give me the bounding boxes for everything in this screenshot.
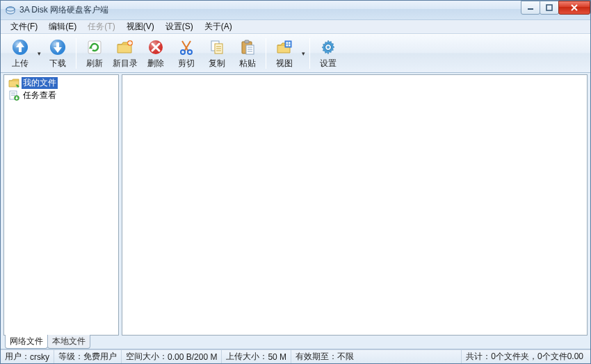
svg-rect-26 bbox=[286, 42, 289, 44]
menu-edit[interactable]: 编辑(E) bbox=[43, 19, 82, 34]
tree-my-files[interactable]: 我的文件 bbox=[7, 76, 118, 89]
menu-settings[interactable]: 设置(S) bbox=[160, 19, 199, 34]
cut-button[interactable]: 剪切 bbox=[171, 35, 202, 72]
status-expire: 有效期至： 不限 bbox=[291, 350, 462, 363]
refresh-button[interactable]: 刷新 bbox=[79, 35, 110, 72]
download-button[interactable]: 下载 bbox=[42, 35, 73, 72]
status-user-label: 用户： bbox=[5, 351, 30, 363]
folder-icon bbox=[8, 77, 19, 88]
status-space-label: 空间大小： bbox=[126, 351, 168, 363]
tree-my-files-label: 我的文件 bbox=[22, 77, 58, 89]
upload-icon bbox=[10, 38, 30, 57]
copy-label: 复制 bbox=[209, 58, 225, 69]
status-expire-label: 有效期至： bbox=[296, 351, 337, 363]
download-icon bbox=[48, 38, 67, 57]
menu-file[interactable]: 文件(F) bbox=[5, 19, 43, 34]
status-total: 共计： 0个文件夹，0个文件0.00 bbox=[462, 350, 590, 363]
status-total-value: 0个文件夹，0个文件0.00 bbox=[491, 351, 583, 363]
status-total-label: 共计： bbox=[466, 351, 491, 363]
cut-icon bbox=[177, 38, 196, 57]
view-button[interactable]: 视图 bbox=[269, 35, 300, 72]
minimize-button[interactable] bbox=[521, 1, 540, 15]
delete-icon bbox=[146, 38, 165, 57]
svg-rect-25 bbox=[285, 41, 291, 47]
status-level: 等级： 免费用户 bbox=[54, 350, 122, 363]
toolbar: 上传 ▾ 下载 刷新 bbox=[1, 34, 590, 73]
paste-button[interactable]: 粘贴 bbox=[232, 35, 263, 72]
menubar: 文件(F) 编辑(E) 任务(T) 视图(V) 设置(S) 关于(A) bbox=[1, 20, 590, 34]
view-dropdown[interactable]: ▾ bbox=[300, 35, 307, 72]
window-controls bbox=[521, 1, 590, 15]
bottom-tabs: 网络文件 本地文件 bbox=[1, 336, 590, 349]
tab-network-label: 网络文件 bbox=[10, 336, 43, 346]
gear-icon bbox=[318, 38, 338, 57]
tree-task-view-label: 任务查看 bbox=[22, 90, 58, 101]
status-user: 用户： crsky bbox=[1, 350, 54, 363]
copy-icon bbox=[207, 38, 227, 57]
svg-point-12 bbox=[181, 50, 185, 54]
status-uploadsize: 上传大小： 50 M bbox=[222, 350, 291, 363]
copy-button[interactable]: 复制 bbox=[202, 35, 232, 72]
delete-button[interactable]: 删除 bbox=[140, 35, 171, 72]
file-list-panel[interactable] bbox=[122, 74, 588, 336]
svg-rect-3 bbox=[547, 5, 552, 10]
refresh-icon bbox=[85, 38, 104, 57]
task-icon bbox=[8, 90, 19, 101]
cut-label: 剪切 bbox=[178, 58, 195, 69]
view-icon bbox=[275, 38, 294, 57]
statusbar: 用户： crsky 等级： 免费用户 空间大小： 0.00 B/200 M 上传… bbox=[1, 349, 590, 363]
main-area: 我的文件 任务查看 bbox=[1, 73, 590, 336]
app-icon bbox=[5, 5, 16, 16]
tree-panel[interactable]: 我的文件 任务查看 bbox=[3, 74, 119, 336]
window-title: 3A Disk 网络硬盘客户端 bbox=[19, 4, 108, 16]
svg-rect-27 bbox=[289, 42, 291, 44]
toolbar-separator bbox=[309, 38, 310, 69]
titlebar: 3A Disk 网络硬盘客户端 bbox=[1, 1, 590, 20]
status-level-value: 免费用户 bbox=[83, 351, 117, 363]
paste-label: 粘贴 bbox=[239, 58, 256, 69]
refresh-label: 刷新 bbox=[86, 58, 103, 69]
toolbar-separator bbox=[266, 38, 266, 69]
download-label: 下载 bbox=[49, 58, 66, 69]
toolbar-separator bbox=[76, 38, 76, 69]
folder-new-icon bbox=[115, 38, 135, 57]
status-level-label: 等级： bbox=[58, 351, 83, 363]
close-button[interactable] bbox=[558, 1, 590, 15]
status-uploadsize-label: 上传大小： bbox=[226, 351, 268, 363]
status-expire-value: 不限 bbox=[337, 351, 354, 363]
menu-view[interactable]: 视图(V) bbox=[121, 19, 160, 34]
svg-rect-2 bbox=[528, 8, 533, 10]
svg-point-31 bbox=[327, 46, 330, 49]
menu-task[interactable]: 任务(T) bbox=[82, 19, 120, 34]
upload-button[interactable]: 上传 bbox=[5, 35, 35, 72]
delete-label: 删除 bbox=[147, 58, 164, 69]
upload-label: 上传 bbox=[12, 58, 29, 69]
tab-local-files[interactable]: 本地文件 bbox=[47, 335, 90, 349]
svg-rect-29 bbox=[289, 44, 291, 47]
status-uploadsize-value: 50 M bbox=[268, 352, 286, 362]
tab-network-files[interactable]: 网络文件 bbox=[5, 335, 48, 349]
svg-rect-28 bbox=[286, 44, 289, 47]
svg-rect-20 bbox=[245, 40, 249, 43]
settings-label: 设置 bbox=[320, 58, 337, 69]
newdir-label: 新目录 bbox=[113, 58, 138, 69]
view-label: 视图 bbox=[276, 58, 293, 69]
upload-dropdown[interactable]: ▾ bbox=[35, 35, 42, 72]
tab-local-label: 本地文件 bbox=[52, 336, 86, 346]
settings-button[interactable]: 设置 bbox=[313, 35, 343, 72]
newdir-button[interactable]: 新目录 bbox=[110, 35, 140, 72]
svg-point-13 bbox=[188, 50, 192, 54]
maximize-button[interactable] bbox=[540, 1, 559, 15]
paste-icon bbox=[238, 38, 257, 57]
menu-about[interactable]: 关于(A) bbox=[199, 19, 238, 34]
status-user-value: crsky bbox=[30, 352, 49, 362]
status-space-value: 0.00 B/200 M bbox=[168, 352, 217, 362]
status-space: 空间大小： 0.00 B/200 M bbox=[122, 350, 222, 363]
tree-task-view[interactable]: 任务查看 bbox=[7, 89, 118, 101]
